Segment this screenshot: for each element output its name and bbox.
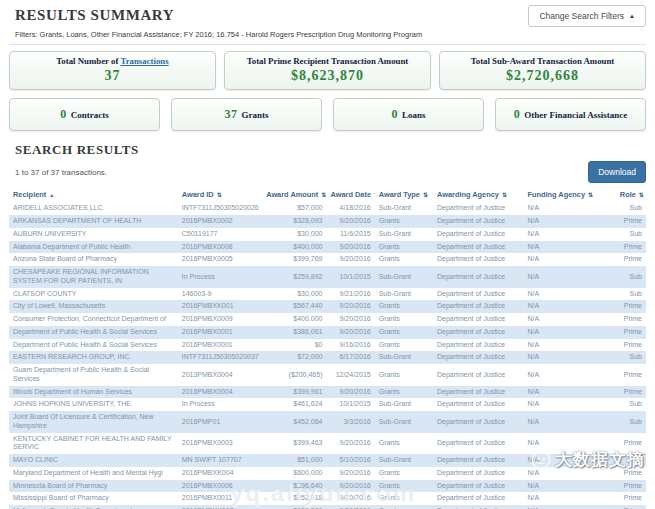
table-row[interactable]: Consumer Protection, Connecticut Departm… [9, 313, 646, 326]
cell-award-type: Grants [375, 433, 433, 455]
table-row[interactable]: Joint Board Of Licensure & Certification… [9, 411, 646, 433]
cell-award-type: Sub-Grant [375, 266, 433, 288]
table-row[interactable]: Department of Public Health & Social Ser… [9, 326, 646, 339]
cell-award-date: 9/20/2016 [326, 480, 374, 493]
cell-award-type: Grants [375, 339, 433, 352]
cell-funding-agency: N/A [523, 313, 615, 326]
grants-label: Grants [242, 110, 269, 120]
cell-recipient: Department of Public Health & Social Ser… [9, 326, 178, 339]
transactions-link[interactable]: Transactions [120, 56, 168, 66]
other-financial-assistance-card[interactable]: 0 Other Financial Assistance [495, 98, 646, 131]
table-row[interactable]: ARIDELL ASSOCIATES LLCINTF7311J503050200… [9, 202, 646, 215]
column-header-award-id[interactable]: Award ID⇅ [178, 187, 262, 202]
table-row[interactable]: City of Lowell, Massachusetts2016PMBXK00… [9, 300, 646, 313]
cell-award-id: 2016PMBX0006 [178, 480, 262, 493]
cell-award-amount: $30,000 [262, 288, 326, 301]
cell-award-date: 10/1/2015 [326, 266, 374, 288]
column-header-award-type[interactable]: Award Type⇅ [375, 187, 433, 202]
table-row[interactable]: CLATSOP COUNTY146003-9$30,0009/21/2016Su… [9, 288, 646, 301]
table-row[interactable]: JOHNS HOPKINS UNIVERSITY, THEIn Process$… [9, 398, 646, 411]
column-header-award-amount[interactable]: Award Amount⇅ [262, 187, 326, 202]
column-label: Recipient [13, 190, 46, 199]
page-title: RESULTS SUMMARY [15, 7, 174, 24]
table-row[interactable]: ARKANSAS DEPARTMENT OF HEALTH2016PMBX000… [9, 215, 646, 228]
sort-toggle-icon: ⇅ [374, 192, 375, 198]
cell-role: Prime [616, 492, 646, 505]
change-search-filters-button[interactable]: Change Search Filters ▲ [528, 5, 646, 27]
cell-recipient: ARKANSAS DEPARTMENT OF HEALTH [9, 215, 178, 228]
column-header-funding-agency[interactable]: Funding Agency⇅ [523, 187, 615, 202]
cell-recipient: CLATSOP COUNTY [9, 288, 178, 301]
column-header-recipient[interactable]: Recipient▲ [9, 187, 178, 202]
table-row[interactable]: Mississippi Board of Pharmacy2016PMBX001… [9, 492, 646, 505]
table-row[interactable]: Illinois Department of Human Services201… [9, 386, 646, 399]
cell-role: Prime [616, 505, 646, 509]
cell-award-id: 2016PMBXK003 [178, 505, 262, 509]
table-row[interactable]: Alabama Department of Public Health2016P… [9, 241, 646, 254]
sort-toggle-icon: ⇅ [639, 192, 644, 198]
cell-award-id: 2016PMBX0005 [178, 253, 262, 266]
table-row[interactable]: Maryland Department of Health and Mental… [9, 467, 646, 480]
table-row[interactable]: Guam Department of Public Health & Socia… [9, 364, 646, 386]
cell-role: Prime [616, 241, 646, 254]
cell-awarding-agency: Department of Justice [433, 339, 523, 352]
table-row[interactable]: KENTUCKY CABINET FOR HEALTH AND FAMILY S… [9, 433, 646, 455]
cell-award-amount: $386,061 [262, 326, 326, 339]
table-row[interactable]: Multnomah County Health Department2016PM… [9, 505, 646, 509]
subaward-amount-label: Total Sub-Award Transaction Amount [442, 56, 643, 67]
cell-funding-agency: N/A [523, 326, 615, 339]
cell-funding-agency: N/A [523, 202, 615, 215]
column-header-awarding-agency[interactable]: Awarding Agency⇅ [433, 187, 523, 202]
sort-toggle-icon: ⇅ [588, 192, 593, 198]
cell-awarding-agency: Department of Justice [433, 253, 523, 266]
table-row[interactable]: MAYO CLINICMN SWIFT 107707$51,0005/10/20… [9, 454, 646, 467]
sort-ascending-icon: ▲ [49, 192, 54, 198]
cell-award-date: 6/17/2016 [326, 351, 374, 364]
cell-award-amount: $399,463 [262, 433, 326, 455]
cell-award-amount: $51,000 [262, 454, 326, 467]
loans-card[interactable]: 0 Loans [333, 98, 484, 131]
active-filters-text: Filters: Grants, Loans, Other Financial … [15, 30, 646, 39]
cell-awarding-agency: Department of Justice [433, 288, 523, 301]
cell-award-date: 9/20/2016 [326, 215, 374, 228]
cell-recipient: Illinois Department of Human Services [9, 386, 178, 399]
table-row[interactable]: EASTERN RESEARCH GROUP, INC.INTF7311J503… [9, 351, 646, 364]
column-label: Award Type [379, 190, 420, 199]
cell-award-id: In Process [178, 266, 262, 288]
table-row[interactable]: AUBURN UNIVERSITYC50119177$30,00011/6/20… [9, 228, 646, 241]
chevron-up-icon: ▲ [629, 13, 635, 19]
cell-award-type: Grants [375, 253, 433, 266]
cell-award-amount: $400,000 [262, 313, 326, 326]
cell-award-amount: $452,064 [262, 411, 326, 433]
cell-funding-agency: N/A [523, 386, 615, 399]
cell-award-date: 4/18/2016 [326, 202, 374, 215]
summary-cards-row: Total Number of Transactions 37 Total Pr… [9, 51, 646, 90]
cell-funding-agency: N/A [523, 492, 615, 505]
cell-award-amount: $400,000 [262, 241, 326, 254]
cell-award-date: 9/21/2016 [326, 288, 374, 301]
column-header-role[interactable]: Role⇅ [616, 187, 646, 202]
grants-count: 37 [225, 107, 238, 122]
table-row[interactable]: CHESAPEAKE REGIONAL INFORMATION SYSTEM F… [9, 266, 646, 288]
cell-awarding-agency: Department of Justice [433, 386, 523, 399]
cell-award-id: MN SWIFT 107707 [178, 454, 262, 467]
table-row[interactable]: Arizona State Board of Pharmacy2016PMBX0… [9, 253, 646, 266]
prime-amount-label: Total Prime Recipient Transaction Amount [227, 56, 428, 67]
cell-award-amount: $328,093 [262, 215, 326, 228]
table-row[interactable]: Minnesota Board of Pharmacy2016PMBX0006$… [9, 480, 646, 493]
loans-count: 0 [391, 107, 398, 122]
cell-awarding-agency: Department of Justice [433, 300, 523, 313]
cell-award-id: In Process [178, 398, 262, 411]
cell-recipient: Arizona State Board of Pharmacy [9, 253, 178, 266]
contracts-card[interactable]: 0 Contracts [9, 98, 160, 131]
total-transactions-value: 37 [12, 68, 213, 84]
total-transactions-label: Total Number of Transactions [12, 56, 213, 67]
column-header-award-date[interactable]: Award Date⇅ [326, 187, 374, 202]
cell-role: Prime [616, 300, 646, 313]
grants-card[interactable]: 37 Grants [171, 98, 322, 131]
table-row[interactable]: Department of Public Health & Social Ser… [9, 339, 646, 352]
cell-awarding-agency: Department of Justice [433, 492, 523, 505]
cell-award-id: C50119177 [178, 228, 262, 241]
results-table: Recipient▲Award ID⇅Award Amount⇅Award Da… [9, 187, 646, 509]
download-button[interactable]: Download [588, 161, 646, 183]
